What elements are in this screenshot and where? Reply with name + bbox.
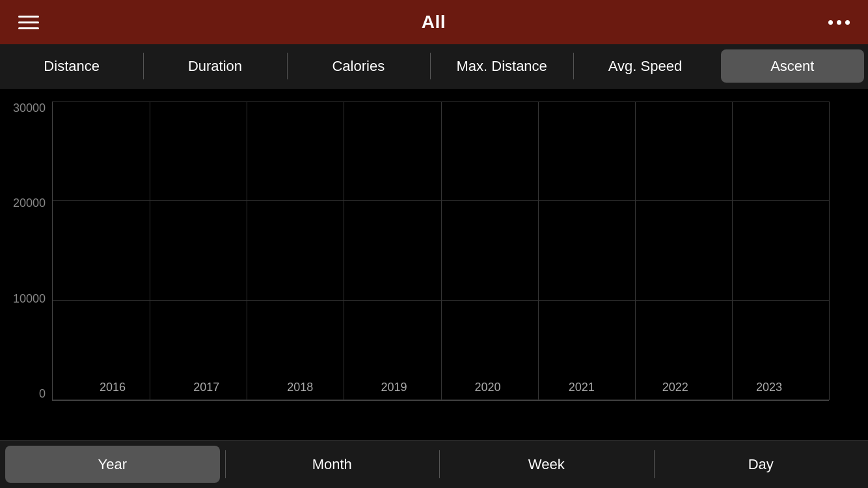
dot-3 [845,20,850,25]
menu-icon[interactable] [18,16,39,29]
y-label-30000: 30000 [7,102,46,115]
nav-week[interactable]: Week [439,441,654,488]
page-title: All [422,12,446,33]
nav-day[interactable]: Day [654,441,869,488]
more-options-button[interactable] [828,20,850,25]
dot-1 [828,20,833,25]
y-label-20000: 20000 [7,197,46,210]
chart-area: 0 10000 20000 30000 [0,88,868,440]
x-axis: 2016 2017 2018 2019 2020 2021 2022 2023 [53,374,829,400]
tab-avg-speed[interactable]: Avg. Speed [573,44,716,88]
x-label-2021: 2021 [535,381,629,394]
tab-duration[interactable]: Duration [143,44,286,88]
nav-month[interactable]: Month [225,441,440,488]
bars-wrapper [53,102,829,400]
tab-calories[interactable]: Calories [287,44,430,88]
dot-2 [837,20,841,25]
chart-container: 0 10000 20000 30000 [52,102,829,440]
y-label-10000: 10000 [7,292,46,306]
v-grid-line-8 [829,102,830,400]
time-range-nav: Year Month Week Day [0,440,868,488]
metric-tab-bar: Distance Duration Calories Max. Distance… [0,44,868,88]
nav-year[interactable]: Year [5,446,220,483]
x-label-2016: 2016 [66,381,159,394]
tab-ascent[interactable]: Ascent [721,49,864,83]
tab-max-distance[interactable]: Max. Distance [430,44,573,88]
x-label-2018: 2018 [253,381,347,394]
x-label-2017: 2017 [159,381,253,394]
chart-inner: 2016 2017 2018 2019 2020 2021 2022 2023 [52,102,829,401]
x-label-2020: 2020 [441,381,535,394]
tab-distance[interactable]: Distance [0,44,143,88]
app-header: All [0,0,868,44]
x-label-2022: 2022 [629,381,722,394]
y-axis: 0 10000 20000 30000 [7,102,46,401]
y-label-0: 0 [7,387,46,401]
x-label-2023: 2023 [722,381,816,394]
x-label-2019: 2019 [347,381,441,394]
